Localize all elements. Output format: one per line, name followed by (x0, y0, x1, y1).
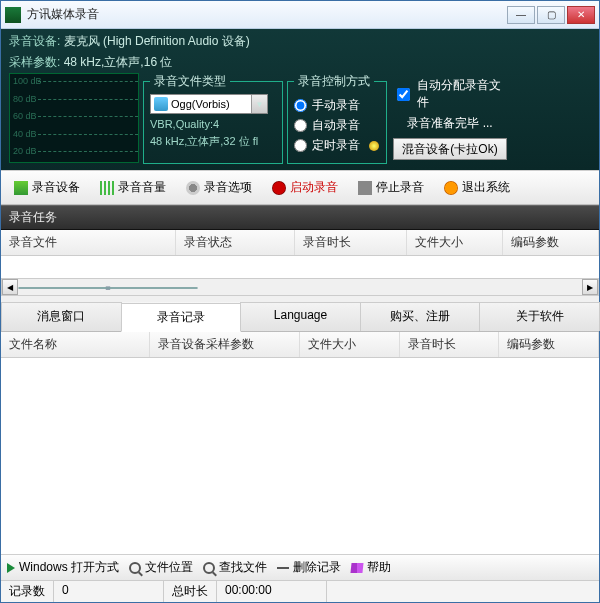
task-columns: 录音文件 录音状态 录音时长 文件大小 编码参数 (1, 230, 599, 256)
tab-strip: 消息窗口 录音记录 Language 购买、注册 关于软件 (1, 302, 599, 332)
meter-60db: 60 dB (13, 111, 37, 121)
record-columns: 文件名称 录音设备采样参数 文件大小 录音时长 编码参数 (1, 332, 599, 358)
sampling-value: 48 kHz,立体声,16 位 (64, 55, 173, 69)
volume-icon (100, 181, 114, 195)
file-sampling-text: 48 kHz,立体声,32 位 fl (150, 134, 276, 149)
close-button[interactable]: ✕ (567, 6, 595, 24)
scroll-thumb[interactable] (18, 287, 198, 289)
tb-device[interactable]: 录音设备 (7, 175, 87, 200)
meter-100db: 100 dB (13, 76, 42, 86)
task-header: 录音任务 (1, 205, 599, 230)
meter-40db: 40 dB (13, 129, 37, 139)
status-total: 00:00:00 (217, 581, 327, 602)
stop-icon (358, 181, 372, 195)
config-panel: 录音设备: 麦克风 (High Definition Audio 设备) 采样参… (1, 29, 599, 170)
exit-icon (444, 181, 458, 195)
scroll-right-icon[interactable]: ▶ (582, 279, 598, 295)
col-encode[interactable]: 编码参数 (503, 230, 599, 255)
minus-icon (277, 567, 289, 569)
file-type-legend: 录音文件类型 (150, 73, 230, 90)
chevron-down-icon: ▼ (251, 95, 267, 113)
tab-messages[interactable]: 消息窗口 (1, 302, 122, 331)
rcol-size[interactable]: 文件大小 (300, 332, 400, 357)
window-title: 方讯媒体录音 (27, 6, 507, 23)
bb-delete[interactable]: 删除记录 (277, 559, 341, 576)
ready-status: 录音准备完毕 ... (393, 115, 507, 132)
bb-open[interactable]: Windows 打开方式 (7, 559, 119, 576)
rcol-encode[interactable]: 编码参数 (499, 332, 599, 357)
task-list-body (1, 256, 599, 278)
gear-icon (186, 181, 200, 195)
tb-stop[interactable]: 停止录音 (351, 175, 431, 200)
tb-start[interactable]: 启动录音 (265, 175, 345, 200)
radio-auto-input[interactable] (294, 119, 307, 132)
tb-exit[interactable]: 退出系统 (437, 175, 517, 200)
device-icon (14, 181, 28, 195)
disk-icon (154, 97, 168, 111)
app-icon (5, 7, 21, 23)
quality-text: VBR,Quality:4 (150, 118, 276, 130)
level-meter: 100 dB 80 dB 60 dB 40 dB 20 dB (9, 73, 139, 163)
col-status[interactable]: 录音状态 (176, 230, 296, 255)
status-spacer (327, 581, 599, 602)
ctrl-legend: 录音控制方式 (294, 73, 374, 90)
rcol-params[interactable]: 录音设备采样参数 (150, 332, 299, 357)
maximize-button[interactable]: ▢ (537, 6, 565, 24)
radio-manual[interactable]: 手动录音 (294, 97, 380, 114)
sampling-label: 采样参数: (9, 55, 60, 69)
col-file[interactable]: 录音文件 (1, 230, 176, 255)
status-count: 0 (54, 581, 164, 602)
book-icon (350, 563, 363, 573)
record-icon (272, 181, 286, 195)
radio-timer[interactable]: 定时录音 (294, 137, 380, 154)
radio-timer-input[interactable] (294, 139, 307, 152)
search-icon (129, 562, 141, 574)
tb-volume[interactable]: 录音音量 (93, 175, 173, 200)
ctrl-group: 录音控制方式 手动录音 自动录音 定时录音 (287, 73, 387, 164)
titlebar[interactable]: 方讯媒体录音 — ▢ ✕ (1, 1, 599, 29)
bb-find[interactable]: 查找文件 (203, 559, 267, 576)
tab-about[interactable]: 关于软件 (479, 302, 600, 331)
main-toolbar: 录音设备 录音音量 录音选项 启动录音 停止录音 退出系统 (1, 170, 599, 205)
rcol-name[interactable]: 文件名称 (1, 332, 150, 357)
scroll-left-icon[interactable]: ◀ (2, 279, 18, 295)
status-bar: 记录数 0 总时长 00:00:00 (1, 580, 599, 602)
bb-help[interactable]: 帮助 (351, 559, 391, 576)
col-size[interactable]: 文件大小 (407, 230, 503, 255)
auto-alloc-checkbox[interactable]: 自动分配录音文件 (393, 77, 507, 111)
mix-device-button[interactable]: 混音设备(卡拉Ok) (393, 138, 507, 160)
play-icon (7, 563, 15, 573)
app-window: 方讯媒体录音 — ▢ ✕ 录音设备: 麦克风 (High Definition … (0, 0, 600, 603)
record-list-body (1, 358, 599, 554)
device-label: 录音设备: (9, 34, 60, 48)
tab-records[interactable]: 录音记录 (121, 303, 242, 332)
minimize-button[interactable]: — (507, 6, 535, 24)
meter-20db: 20 dB (13, 146, 37, 156)
device-value: 麦克风 (High Definition Audio 设备) (64, 34, 250, 48)
tb-options[interactable]: 录音选项 (179, 175, 259, 200)
file-type-select[interactable]: Ogg(Vorbis) ▼ (150, 94, 268, 114)
task-hscroll[interactable]: ◀ ▶ (1, 278, 599, 296)
bottom-toolbar: Windows 打开方式 文件位置 查找文件 删除记录 帮助 (1, 554, 599, 580)
timer-status-icon (369, 141, 379, 151)
status-count-label: 记录数 (1, 581, 54, 602)
search-icon-2 (203, 562, 215, 574)
col-duration[interactable]: 录音时长 (295, 230, 407, 255)
tab-language[interactable]: Language (240, 302, 361, 331)
tab-buy[interactable]: 购买、注册 (360, 302, 481, 331)
radio-manual-input[interactable] (294, 99, 307, 112)
right-column: 自动分配录音文件 录音准备完毕 ... 混音设备(卡拉Ok) (391, 73, 509, 164)
status-total-label: 总时长 (164, 581, 217, 602)
file-type-group: 录音文件类型 Ogg(Vorbis) ▼ VBR,Quality:4 48 kH… (143, 73, 283, 164)
bb-location[interactable]: 文件位置 (129, 559, 193, 576)
file-type-value: Ogg(Vorbis) (171, 98, 251, 110)
radio-auto[interactable]: 自动录音 (294, 117, 380, 134)
meter-80db: 80 dB (13, 94, 37, 104)
rcol-duration[interactable]: 录音时长 (400, 332, 500, 357)
